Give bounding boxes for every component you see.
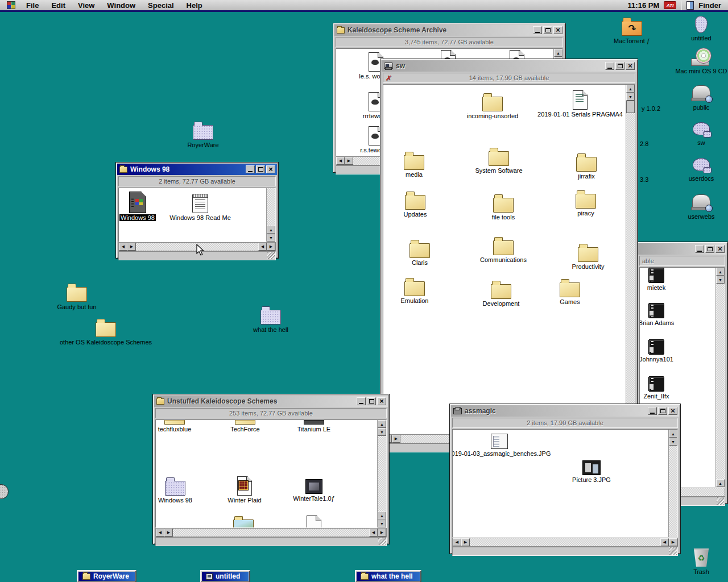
maximize-button[interactable] [543,26,552,34]
file-item[interactable]: Winter Plaid [216,476,273,504]
scroll-right-button[interactable] [461,538,470,546]
desktop-icon-other-os[interactable]: other OS Kaleidoscope Schemes [57,318,154,346]
scroll-up-button[interactable] [716,268,725,276]
menu-window[interactable]: Window [101,1,142,10]
file-item[interactable]: Emulation [383,277,446,304]
minimize-button[interactable] [246,165,255,173]
titlebar[interactable]: assmagic [451,405,679,417]
resize-grip[interactable] [378,538,386,545]
titlebar[interactable]: Kaleidoscope Scheme Archive [334,24,564,36]
file-item[interactable]: TechForce [217,420,274,433]
scroll-left-button[interactable] [660,538,669,546]
scroll-right-button[interactable] [392,435,400,443]
scroll-up-button[interactable] [669,430,677,438]
resize-grip[interactable] [717,497,724,505]
file-item[interactable]: 2019-01-01 Serials PRAGMA4 [532,90,628,118]
desktop-icon-royerware[interactable]: RoyerWare [180,121,226,148]
popup-tab-what-the-hell[interactable]: what the hell [355,570,421,582]
maximize-button[interactable] [615,62,624,70]
scroll-right-button[interactable] [267,243,275,251]
file-item[interactable]: piracy [555,190,617,217]
menu-edit[interactable]: Edit [45,1,72,10]
file-item[interactable]: Brian Adams [639,303,682,326]
close-button[interactable] [715,245,725,253]
file-item[interactable]: WinterTale1.0ƒ [286,479,342,502]
file-item[interactable]: Updates [384,191,446,218]
scroll-right-button[interactable] [164,529,173,537]
titlebar[interactable]: Unstuffed Kaleidoscope Schemes [154,396,388,407]
scroll-down-button[interactable] [716,276,725,284]
scroll-up-button[interactable] [626,85,635,93]
file-item[interactable]: Windows 98 [155,477,204,504]
maximize-button[interactable] [658,407,667,415]
finder-icon[interactable] [686,1,694,10]
maximize-button[interactable] [705,245,714,253]
scroll-down-button[interactable] [669,438,677,446]
desktop-icon-mactorrent[interactable]: MacTorrent ƒ [607,17,656,44]
horizontal-scrollbar[interactable] [155,528,387,537]
resize-grip[interactable] [669,547,677,555]
close-button[interactable] [626,62,635,70]
close-button[interactable] [553,26,562,34]
maximize-button[interactable] [256,165,265,173]
minimize-button[interactable] [605,62,614,70]
file-item[interactable]: Titanium LE [286,420,342,433]
scroll-left-button[interactable] [453,538,461,546]
minimize-button[interactable] [695,245,704,253]
file-item[interactable]: Development [470,280,532,307]
minimize-button[interactable] [357,397,366,405]
scrollbar-thumb[interactable] [626,101,635,113]
close-button[interactable] [266,165,275,173]
file-item[interactable]: incoming-unsorted [461,93,524,119]
desktop-icon-userwebs[interactable]: userwebs [679,194,724,220]
ati-icon[interactable]: ATI [664,1,676,9]
titlebar[interactable]: sw [382,60,636,72]
scroll-right-button[interactable] [378,529,386,537]
apple-menu-icon[interactable] [7,1,15,9]
desktop-icon-trash[interactable]: Trash [679,548,724,575]
application-menu[interactable]: Finder [698,1,721,10]
window-unstuffed[interactable]: Unstuffed Kaleidoscope Schemes 253 items… [152,394,390,544]
close-button[interactable] [668,407,677,415]
scroll-up-button[interactable] [378,420,386,428]
image-folder-icon[interactable] [233,519,254,528]
resize-grip[interactable] [267,252,275,259]
popup-tab-royerware[interactable]: RoyerWare [77,570,136,582]
scroll-up-button[interactable] [267,226,275,234]
file-item[interactable]: Claris [388,239,451,266]
close-button[interactable] [377,397,386,405]
menu-clock[interactable]: 11:16 PM [628,1,660,10]
scroll-left-button[interactable] [119,243,127,251]
file-item[interactable]: Games [539,278,601,305]
scroll-left-button[interactable] [258,243,267,251]
desktop-icon-cd[interactable]: Mac mini OS 9 CD [673,48,728,74]
file-item[interactable]: Productivity [557,243,619,270]
menu-view[interactable]: View [72,1,101,10]
scroll-right-button[interactable] [127,243,136,251]
file-item[interactable]: mietek [639,268,682,291]
menu-file[interactable]: File [20,1,45,10]
scroll-down-button[interactable] [626,93,635,101]
scroll-down-button[interactable] [378,519,386,527]
window-sw[interactable]: sw ✗ 14 items, 17.90 GB available incomi… [380,59,638,451]
file-item[interactable]: 2019-01-03_assmagic_benches.JPG [452,434,551,457]
vertical-scrollbar[interactable] [266,188,275,242]
scroll-down-button[interactable] [267,234,275,242]
scroll-up-button[interactable] [554,49,562,57]
maximize-button[interactable] [367,397,376,405]
desktop-icon-gaudy[interactable]: Gaudy but fun [52,283,101,310]
desktop-icon-what-the-hell[interactable]: what the hell [246,306,295,333]
drawer-tab[interactable] [0,484,9,499]
titlebar[interactable] [638,243,726,255]
desktop-icon-sw[interactable]: sw [679,122,724,146]
horizontal-scrollbar[interactable] [452,538,678,547]
scroll-left-button[interactable] [336,157,345,165]
scroll-up-button[interactable] [716,479,725,487]
file-item[interactable]: techfluxblue [155,420,203,433]
file-item[interactable]: Picture 3.JPG [557,460,626,483]
minimize-button[interactable] [648,407,657,415]
desktop-icon-userdocs[interactable]: userdocs [679,158,724,182]
desktop-icon-public[interactable]: public [679,85,724,111]
vertical-scrollbar[interactable] [626,85,635,434]
menu-help[interactable]: Help [180,1,209,10]
